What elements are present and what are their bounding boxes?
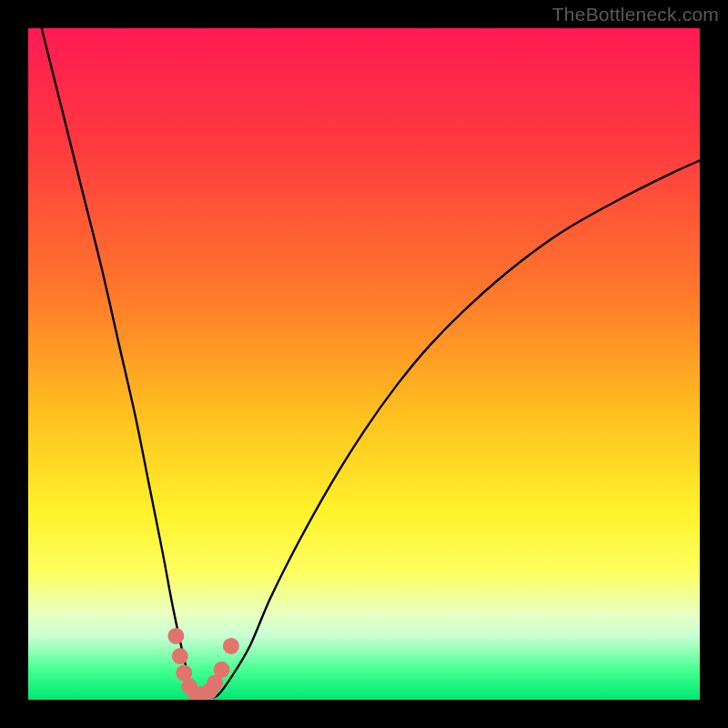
curve-marker [214, 662, 230, 678]
curve-marker [172, 648, 188, 664]
curve-marker [223, 638, 239, 654]
gradient-background [28, 28, 700, 700]
bottleneck-curve-chart [28, 28, 700, 700]
plot-area [28, 28, 700, 700]
watermark-text: TheBottleneck.com [552, 4, 719, 25]
chart-frame: TheBottleneck.com [0, 0, 728, 728]
curve-marker [167, 628, 184, 644]
